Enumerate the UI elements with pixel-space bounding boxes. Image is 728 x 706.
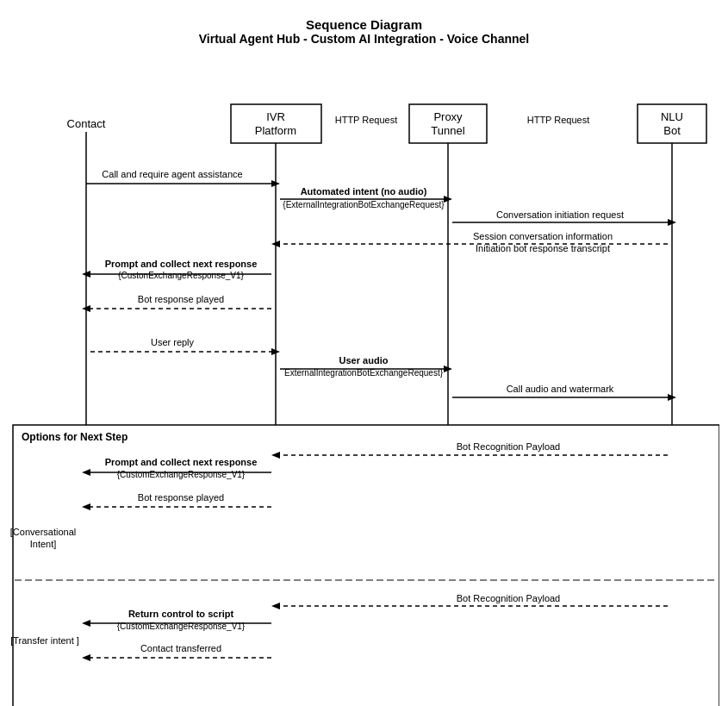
arrow-10-label: Bot Recognition Payload — [457, 441, 560, 452]
contact-lifeline-label: Contact — [67, 117, 106, 130]
arrow-12-label: Bot response played — [138, 492, 224, 503]
arrow-4-label1: Session conversation information — [473, 231, 613, 241]
arrow-15-label: Contact transferred — [140, 643, 221, 653]
arrow-7-label: User reply — [151, 337, 195, 347]
arrow-2-sublabel: {ExternalIntegrationBotExchangeRequest} — [283, 200, 445, 209]
nlu-lifeline-label2: Bot — [663, 124, 681, 137]
ivr-lifeline-label2: Platform — [255, 124, 296, 137]
conv-intent-label1: [Conversational — [10, 527, 76, 537]
arrow-5-sublabel: {CustonExchangeResponse_V1} — [118, 271, 244, 280]
proxy-lifeline-label2: Tunnel — [431, 124, 464, 137]
ivr-lifeline-label: IVR — [266, 110, 285, 123]
arrow-14-sublabel: {CustomExchangeResponse_V1} — [117, 622, 246, 631]
arrow-14-label1: Return control to script — [128, 609, 234, 619]
arrow-8-label1: User audio — [339, 355, 389, 365]
title-line2: Virtual Agent Hub - Custom AI Integratio… — [9, 32, 719, 46]
arrow-6-label: Bot response played — [138, 294, 224, 304]
nlu-lifeline-label: NLU — [661, 110, 683, 123]
arrow-5-label1: Prompt and collect next response — [105, 259, 258, 269]
arrow-2-label: Automated intent (no audio) — [301, 186, 427, 197]
http-request-label2: HTTP Request — [527, 115, 590, 125]
proxy-lifeline-label: Proxy — [433, 110, 463, 123]
arrow-1-label: Call and require agent assistance — [102, 169, 242, 179]
arrow-8-sublabel: ExternalIntegrationBotExchangeRequest} — [284, 368, 444, 378]
arrow-9-label: Call audio and watermark — [507, 384, 614, 394]
conv-intent-label2: Intent] — [30, 539, 57, 549]
title-line1: Sequence Diagram — [9, 17, 719, 32]
diagram-container: Sequence Diagram Virtual Agent Hub - Cus… — [0, 0, 728, 706]
transfer-intent-label: [Transfer intent ] — [10, 635, 79, 646]
arrow-13-label: Bot Recognition Payload — [457, 593, 560, 603]
arrow-11-sublabel: {CustomExchangeResponse_V1} — [117, 470, 246, 479]
arrow-11-label1: Prompt and collect next response — [105, 457, 258, 467]
title-area: Sequence Diagram Virtual Agent Hub - Cus… — [9, 9, 719, 46]
sequence-diagram-svg: Contact IVR Platform HTTP Request Proxy … — [9, 63, 719, 706]
arrow-4-label2: Initiation bot response transcript — [476, 243, 610, 253]
arrow-3-label: Conversation initiation request — [496, 209, 624, 220]
http-request-label1: HTTP Request — [335, 115, 398, 125]
options-box-title: Options for Next Step — [22, 431, 128, 443]
